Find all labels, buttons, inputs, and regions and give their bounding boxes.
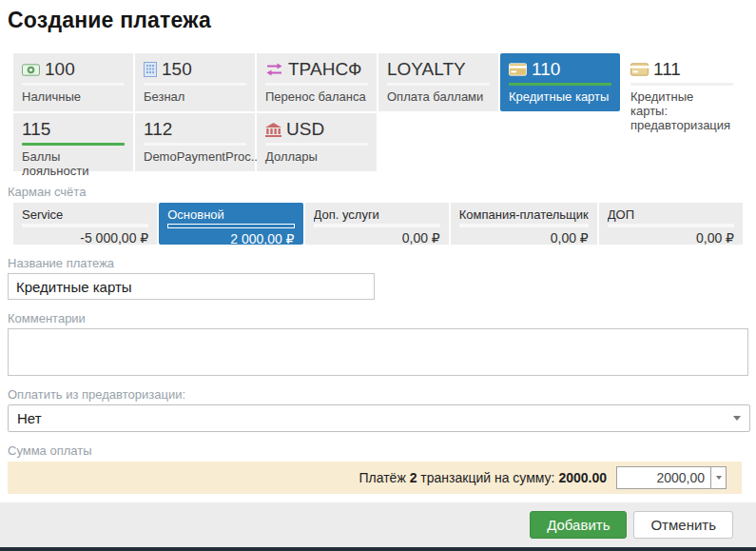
account-pockets: Service -5 000,00 ₽ Основной 2 000,00 ₽ … (13, 203, 743, 245)
tile-label: Баллы лояльности (22, 149, 125, 178)
tile-bar (509, 83, 611, 86)
footer-action-bar: Добавить Отменить (0, 502, 756, 547)
pocket-section-label: Карман счёта (8, 185, 756, 199)
tile-value: USD (286, 120, 324, 139)
tile-head: 100 (22, 60, 125, 79)
transfer-icon (265, 63, 283, 76)
tile-bar (22, 143, 125, 146)
comments-label: Комментарии (8, 311, 756, 325)
pocket-bar (22, 224, 148, 227)
payment-method-110-selected[interactable]: 110 Кредитные карты (500, 53, 620, 111)
pocket-service[interactable]: Service -5 000,00 ₽ (13, 203, 157, 245)
tile-head: USD (265, 120, 368, 139)
tile-head: 150 (144, 60, 246, 79)
tile-label: Кредитные карты: предавторизация (630, 89, 733, 132)
tile-bar (387, 83, 490, 86)
credit-card-icon (630, 63, 649, 76)
payment-method-150[interactable]: 150 Безнал (135, 53, 255, 111)
amount-spinner-button[interactable] (710, 466, 727, 489)
tile-value: 115 (22, 120, 50, 139)
cancel-button[interactable]: Отменить (633, 511, 733, 539)
tile-label: Безнал (144, 89, 246, 104)
payment-method-115[interactable]: 115 Баллы лояльности (13, 113, 133, 171)
preauth-selected-value: Нет (17, 410, 42, 426)
banknote-icon (22, 64, 40, 76)
tile-head: 112 (144, 120, 246, 139)
pocket-name: Service (22, 207, 148, 222)
pocket-payer-company[interactable]: Компания-плательщик 0,00 ₽ (451, 203, 597, 245)
amount-input[interactable] (616, 466, 710, 489)
payment-method-usd[interactable]: USD Доллары (257, 113, 377, 171)
tile-value: 112 (144, 120, 172, 139)
pocket-bar (314, 224, 440, 227)
chevron-down-icon (716, 476, 722, 480)
tile-bar (265, 83, 368, 86)
pocket-bar (459, 224, 589, 227)
tile-label: Кредитные карты (509, 89, 611, 104)
payment-method-112[interactable]: 112 DemoPaymentProc... (135, 113, 255, 171)
tile-label: Доллары (265, 149, 368, 164)
pocket-name: Основной (167, 207, 294, 222)
payment-summary-row: Платёж 2 транзакций на сумму: 2000.00 (8, 462, 742, 494)
tile-bar (630, 83, 733, 86)
pocket-amount: 0,00 ₽ (459, 230, 589, 246)
chevron-down-icon (733, 416, 741, 421)
add-button[interactable]: Добавить (530, 511, 627, 539)
pocket-amount: -5 000,00 ₽ (22, 230, 148, 246)
tile-value: 110 (532, 60, 560, 79)
payment-method-111[interactable]: 111 Кредитные карты: предавторизация (622, 53, 742, 111)
payment-summary-text: Платёж 2 транзакций на сумму: 2000.00 (359, 470, 607, 485)
amount-input-group (616, 466, 727, 489)
bank-icon (265, 123, 281, 137)
comments-textarea[interactable] (8, 328, 748, 376)
preauth-select[interactable]: Нет (8, 404, 750, 432)
tile-value: ТРАНСФ (288, 60, 362, 79)
tile-value: 100 (45, 60, 75, 79)
tile-label: Перенос баланса (265, 89, 368, 104)
building-icon (144, 62, 157, 77)
tile-head: LOYALTY (387, 60, 490, 79)
payment-method-100[interactable]: 100 Наличные (13, 53, 133, 111)
tile-label: Наличные (22, 89, 125, 104)
tile-head: 111 (630, 60, 733, 79)
pocket-name: Доп. услуги (314, 207, 440, 222)
tile-value: 111 (653, 60, 681, 79)
pocket-bar (167, 224, 294, 228)
tile-value: LOYALTY (387, 60, 466, 79)
page-title: Создание платежа (8, 8, 756, 33)
pocket-amount: 0,00 ₽ (314, 230, 440, 246)
pocket-main-selected[interactable]: Основной 2 000,00 ₽ (159, 203, 302, 245)
tile-bar (144, 83, 246, 86)
credit-card-icon (509, 63, 527, 76)
tile-head: ТРАНСФ (265, 60, 368, 79)
preauth-label: Оплатить из предавторизации: (8, 387, 756, 402)
tile-bar (22, 83, 125, 86)
tile-bar (144, 143, 246, 146)
payment-method-transf[interactable]: ТРАНСФ Перенос баланса (257, 53, 377, 111)
pocket-amount: 0,00 ₽ (608, 230, 734, 246)
tile-bar (265, 143, 368, 146)
tile-value: 150 (162, 60, 192, 79)
pocket-dop[interactable]: ДОП 0,00 ₽ (599, 203, 743, 245)
payment-method-loyalty[interactable]: LOYALTY Оплата баллами (378, 53, 498, 111)
payment-name-label: Название платежа (8, 256, 756, 270)
tile-label: Оплата баллами (387, 89, 490, 104)
tile-label: DemoPaymentProc... (144, 149, 246, 164)
pocket-name: Компания-плательщик (459, 207, 589, 222)
payment-methods-grid: 100 Наличные 150 Безнал ТРАНСФ Перенос б… (13, 53, 747, 171)
tile-head: 110 (509, 60, 611, 79)
bottom-dark-strip (0, 547, 756, 551)
payment-name-input[interactable] (8, 273, 375, 300)
pocket-name: ДОП (608, 207, 734, 222)
pocket-extra-services[interactable]: Доп. услуги 0,00 ₽ (305, 203, 449, 245)
pocket-bar (608, 224, 734, 227)
tile-head: 115 (22, 120, 125, 139)
pocket-amount: 2 000,00 ₽ (167, 231, 294, 246)
amount-section-label: Сумма оплаты (8, 443, 756, 458)
